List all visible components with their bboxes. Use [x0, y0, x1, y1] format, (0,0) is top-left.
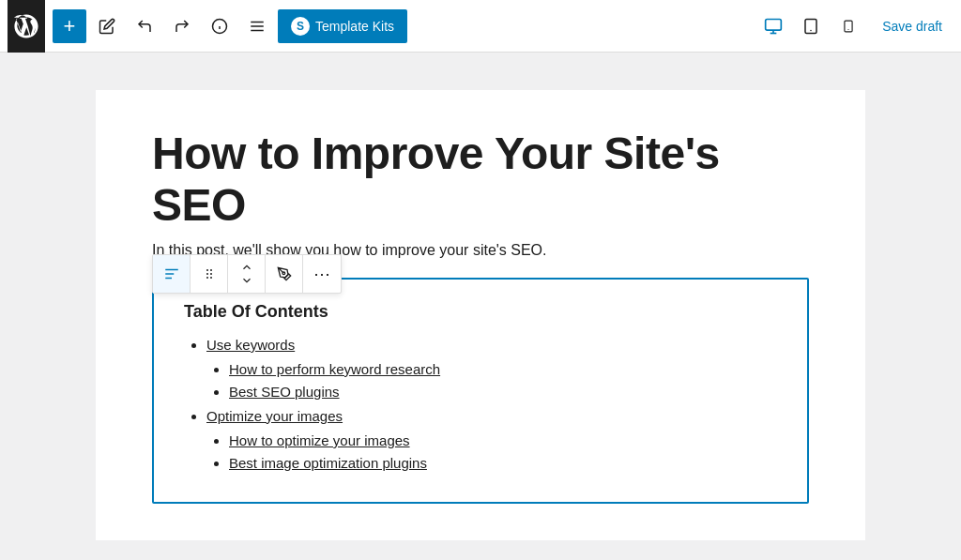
- wp-logo: [8, 0, 45, 53]
- redo-button[interactable]: [165, 9, 199, 43]
- editor-area: How to Improve Your Site's SEO: [0, 53, 961, 560]
- list-view-button[interactable]: [240, 9, 274, 43]
- toc-list: Use keywords How to perform keyword rese…: [184, 337, 777, 472]
- svg-rect-6: [766, 19, 782, 30]
- toc-link-keywords[interactable]: Use keywords: [206, 337, 295, 353]
- desktop-view-button[interactable]: [758, 11, 788, 41]
- mobile-icon: [842, 17, 855, 36]
- block-type-button[interactable]: [153, 255, 191, 293]
- toc-subitem-keyword-research: How to perform keyword research: [229, 361, 777, 378]
- toc-title: Table Of Contents: [184, 302, 777, 322]
- toolbar-right: Save draft: [758, 11, 953, 41]
- undo-icon: [136, 18, 153, 35]
- toc-link-optimize-images[interactable]: How to optimize your images: [229, 432, 410, 448]
- toc-subitem-optimize-images: How to optimize your images: [229, 432, 777, 449]
- drag-handle-button[interactable]: [191, 255, 228, 293]
- save-draft-button[interactable]: Save draft: [871, 13, 953, 39]
- toc-block[interactable]: Table Of Contents Use keywords How to pe…: [152, 278, 809, 504]
- svg-point-17: [210, 269, 212, 271]
- add-block-button[interactable]: +: [53, 9, 86, 43]
- add-icon: +: [64, 16, 76, 37]
- brush-icon: [277, 266, 292, 281]
- info-button[interactable]: [203, 9, 236, 43]
- post-title[interactable]: How to Improve Your Site's SEO: [152, 128, 809, 231]
- tablet-view-button[interactable]: [796, 11, 826, 41]
- template-kits-button[interactable]: S Template Kits: [278, 9, 407, 43]
- toc-link-seo-plugins[interactable]: Best SEO plugins: [229, 384, 340, 400]
- main-toolbar: + S Template Kit: [0, 0, 961, 53]
- toc-item-images: Optimize your images How to optimize you…: [206, 408, 777, 472]
- chevron-up-icon: [240, 261, 253, 274]
- move-up-down-button[interactable]: [228, 255, 266, 293]
- svg-point-16: [206, 269, 208, 271]
- wordpress-icon: [13, 13, 39, 39]
- toc-item-keywords: Use keywords How to perform keyword rese…: [206, 337, 777, 401]
- list-view-icon: [249, 18, 266, 35]
- editor-content: How to Improve Your Site's SEO: [96, 90, 865, 540]
- toc-subitem-seo-plugins: Best SEO plugins: [229, 384, 777, 401]
- desktop-icon: [764, 17, 783, 36]
- toc-link-images[interactable]: Optimize your images: [206, 408, 343, 424]
- block-toolbar: ⋯: [152, 254, 342, 294]
- svg-point-22: [282, 272, 285, 275]
- toc-link-image-plugins[interactable]: Best image optimization plugins: [229, 455, 427, 471]
- svg-point-20: [206, 277, 208, 279]
- ellipsis-icon: ⋯: [313, 265, 331, 282]
- undo-button[interactable]: [128, 9, 161, 43]
- drag-icon: [202, 266, 217, 281]
- edit-button[interactable]: [90, 9, 124, 43]
- redo-icon: [174, 18, 191, 35]
- chevron-down-icon: [240, 274, 253, 287]
- info-icon: [211, 18, 228, 35]
- toc-link-keyword-research[interactable]: How to perform keyword research: [229, 361, 440, 377]
- tablet-icon: [802, 17, 819, 36]
- pen-icon: [99, 18, 115, 35]
- template-kits-label: Template Kits: [315, 19, 394, 34]
- toc-subitem-image-plugins: Best image optimization plugins: [229, 455, 777, 472]
- mobile-view-button[interactable]: [833, 11, 863, 41]
- svg-point-18: [206, 273, 208, 275]
- svg-point-21: [210, 277, 212, 279]
- template-kits-badge: S: [291, 17, 310, 36]
- toc-sublist-images: How to optimize your images Best image o…: [206, 432, 777, 472]
- toc-block-icon: [163, 265, 180, 282]
- transform-button[interactable]: [266, 255, 303, 293]
- toc-sublist-keywords: How to perform keyword research Best SEO…: [206, 361, 777, 401]
- svg-point-19: [210, 273, 212, 275]
- more-options-button[interactable]: ⋯: [303, 255, 341, 293]
